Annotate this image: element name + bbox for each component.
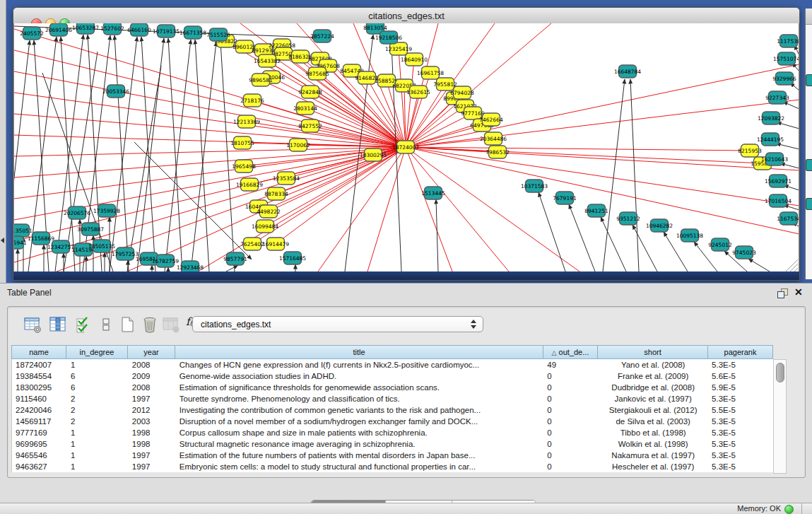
table-cell[interactable]: 2009 xyxy=(129,370,176,382)
table-cell[interactable]: Jankovic et al. (1997) xyxy=(598,393,708,404)
table-cell[interactable]: 49 xyxy=(543,359,598,370)
column-header-in_degree[interactable]: in_degree xyxy=(66,345,128,359)
new-table-icon[interactable] xyxy=(118,315,136,334)
column-header-out_de[interactable]: △ out_de... xyxy=(543,345,598,359)
table-row[interactable]: 969969511998Structural magnetic resonanc… xyxy=(12,438,773,450)
column-header-year[interactable]: year xyxy=(128,345,175,359)
table-cell[interactable]: 0 xyxy=(543,461,598,472)
table-cell[interactable]: 5.6E-5 xyxy=(708,370,773,382)
table-scrollbar-thumb[interactable] xyxy=(776,363,784,382)
collapse-arrow-icon[interactable] xyxy=(1,238,4,243)
table-cell[interactable]: 2008 xyxy=(129,359,176,370)
table-cell[interactable]: 5.3E-5 xyxy=(708,438,773,450)
table-cell[interactable]: 2 xyxy=(67,416,129,427)
table-cell[interactable]: 1 xyxy=(67,461,129,472)
table-cell[interactable]: 1998 xyxy=(129,438,176,450)
table-cell[interactable]: 1 xyxy=(67,450,129,461)
window-titlebar[interactable]: citations_edges.txt xyxy=(13,8,799,24)
delete-entries-icon[interactable] xyxy=(141,315,159,334)
table-cell[interactable]: 6 xyxy=(67,382,129,393)
table-row[interactable]: 1872400712008Changes of HCN gene express… xyxy=(12,359,773,370)
table-cell[interactable]: 5.3E-5 xyxy=(708,461,773,472)
table-cell[interactable]: 9699695 xyxy=(12,438,67,450)
table-cell[interactable]: 9465546 xyxy=(12,450,67,461)
table-cell[interactable]: 9115460 xyxy=(12,393,67,404)
table-cell[interactable]: Franke et al. (2009) xyxy=(598,370,708,382)
column-header-name[interactable]: name xyxy=(11,345,66,359)
table-cell[interactable]: 2012 xyxy=(129,404,176,416)
table-scrollbar[interactable] xyxy=(773,359,787,474)
table-cell[interactable]: 0 xyxy=(543,416,598,427)
table-cell[interactable]: 1 xyxy=(67,438,129,450)
table-cell[interactable]: 5.3E-5 xyxy=(708,450,773,461)
network-view-window[interactable]: citations_edges.txt 18724007796382289601… xyxy=(13,7,800,281)
table-cell[interactable]: 0 xyxy=(543,382,598,393)
table-row[interactable]: 1938455462009Genome-wide association stu… xyxy=(12,370,773,382)
table-cell[interactable]: 5.3E-5 xyxy=(708,393,773,404)
network-canvas-svg[interactable]: 1872400779638228960128891293422226058982… xyxy=(14,23,799,271)
table-cell[interactable]: 1998 xyxy=(129,427,176,438)
table-cell[interactable]: Estimation of significance thresholds fo… xyxy=(176,382,544,393)
table-cell[interactable]: 2 xyxy=(67,393,129,404)
table-cell[interactable]: Hescheler et al. (1997) xyxy=(598,461,708,472)
column-header-title[interactable]: title xyxy=(175,345,543,359)
table-cell[interactable]: 0 xyxy=(543,438,598,450)
table-cell[interactable]: 19384554 xyxy=(12,370,67,382)
table-cell[interactable]: 0 xyxy=(543,404,598,416)
table-cell[interactable]: 1 xyxy=(67,427,129,438)
table-cell[interactable]: Changes of HCN gene expression and I(f) … xyxy=(176,359,544,370)
column-header-pagerank[interactable]: pagerank xyxy=(708,345,773,359)
table-cell[interactable]: Wolkin et al. (1998) xyxy=(598,438,708,450)
table-cell[interactable]: 5.3E-5 xyxy=(708,359,773,370)
memory-ok-indicator[interactable] xyxy=(784,505,794,514)
table-selector-dropdown[interactable]: citations_edges.txt xyxy=(192,316,483,332)
table-cell[interactable]: 5.3E-5 xyxy=(708,416,773,427)
table-row[interactable]: 977716911998Corpus callosum shape and si… xyxy=(12,427,773,438)
table-cell[interactable]: Corpus callosum shape and size in male p… xyxy=(176,427,544,438)
float-panel-icon[interactable] xyxy=(777,288,788,298)
close-panel-icon[interactable]: ✕ xyxy=(794,286,803,298)
table-mode-icon[interactable] xyxy=(23,315,42,334)
table-cell[interactable]: 5.3E-5 xyxy=(708,427,773,438)
table-cell[interactable]: 1997 xyxy=(129,450,176,461)
table-cell[interactable]: Tourette syndrome. Phenomenology and cla… xyxy=(176,393,544,404)
table-cell[interactable]: 1997 xyxy=(129,461,176,472)
show-columns-icon[interactable] xyxy=(49,315,67,334)
delete-table-icon[interactable] xyxy=(162,315,180,334)
table-cell[interactable]: 0 xyxy=(543,427,598,438)
table-cell[interactable]: Dudbridge et al. (2008) xyxy=(598,382,708,393)
table-row[interactable]: 911546021997Tourette syndrome. Phenomeno… xyxy=(12,393,773,404)
table-cell[interactable]: Structural magnetic resonance image aver… xyxy=(176,438,544,450)
table-cell[interactable]: Tibbo et al. (1998) xyxy=(598,427,708,438)
table-cell[interactable]: 6 xyxy=(67,370,129,382)
table-cell[interactable]: Yano et al. (2008) xyxy=(598,359,708,370)
table-cell[interactable]: 14569117 xyxy=(12,416,67,427)
table-cell[interactable]: 0 xyxy=(543,393,598,404)
table-cell[interactable]: 9777169 xyxy=(12,427,67,438)
table-row[interactable]: 2242004622012Investigating the contribut… xyxy=(12,404,773,416)
table-cell[interactable]: 22420046 xyxy=(12,404,67,416)
column-header-short[interactable]: short xyxy=(598,345,708,359)
table-cell[interactable]: 1997 xyxy=(129,393,176,404)
table-cell[interactable]: 5.5E-5 xyxy=(708,404,773,416)
table-row[interactable]: 1456911722003Disruption of a novel membe… xyxy=(12,416,773,427)
table-cell[interactable]: Investigating the contribution of common… xyxy=(176,404,544,416)
select-all-icon[interactable] xyxy=(74,315,93,334)
table-row[interactable]: 946554611997Estimation of the future num… xyxy=(12,450,773,461)
table-cell[interactable]: Genome-wide association studies in ADHD. xyxy=(176,370,544,382)
table-cell[interactable]: 2 xyxy=(67,404,129,416)
table-cell[interactable]: 5.9E-5 xyxy=(708,382,773,393)
table-cell[interactable]: Stergiakouli et al. (2012) xyxy=(598,404,708,416)
table-cell[interactable]: de Silva et al. (2003) xyxy=(598,416,708,427)
resize-grip-icon[interactable] xyxy=(786,259,798,271)
background-window-sliver[interactable] xyxy=(805,8,812,279)
table-cell[interactable]: 2003 xyxy=(129,416,176,427)
network-canvas[interactable]: 1872400779638228960128891293422226058982… xyxy=(13,23,799,271)
table-cell[interactable]: 0 xyxy=(543,370,598,382)
table-cell[interactable]: 1 xyxy=(67,359,129,370)
table-cell[interactable]: Embryonic stem cells: a model to study s… xyxy=(176,461,544,472)
table-row[interactable]: 1830029562008Estimation of significance … xyxy=(12,382,773,393)
table-row[interactable]: 946362711997Embryonic stem cells: a mode… xyxy=(12,461,773,472)
table-cell[interactable]: 18724007 xyxy=(12,359,67,370)
table-cell[interactable]: 18300295 xyxy=(12,382,67,393)
